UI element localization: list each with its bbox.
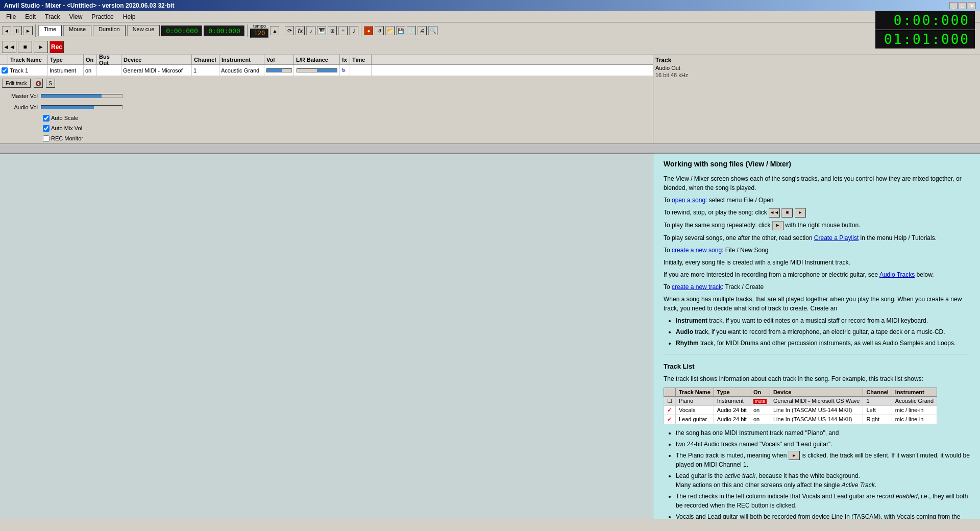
col-h-instrument: Instrument xyxy=(892,388,937,396)
auto-mix-vol-label[interactable]: Auto Mix Vol xyxy=(43,125,82,132)
guitar-type: Audio 24 bit xyxy=(714,415,750,424)
menu-track[interactable]: Track xyxy=(41,12,64,21)
sync-btn[interactable]: ⟳ xyxy=(285,26,294,35)
record-mode-btn[interactable]: ● xyxy=(364,26,373,35)
transport-row: ◄◄ ■ ► Rec xyxy=(0,39,980,54)
time-display-1: 0:00:000 xyxy=(161,26,202,36)
para-play-same: To play the same song repeatedly: click … xyxy=(664,221,970,230)
solo-btn[interactable]: S xyxy=(46,79,55,88)
col-check xyxy=(0,55,8,64)
audio-vol-row: Audio Vol xyxy=(0,102,653,113)
track-check[interactable] xyxy=(0,65,8,76)
tab-duration[interactable]: Duration xyxy=(93,25,126,36)
audio-vol-slider[interactable] xyxy=(41,105,122,109)
vocals-instrument: mic / line-in xyxy=(892,405,937,415)
pause-btn[interactable]: ⏸ xyxy=(13,26,22,35)
menu-edit[interactable]: Edit xyxy=(21,12,40,21)
play-button[interactable]: ► xyxy=(34,41,48,53)
para-create-new-song: To create a new song: File / New Song xyxy=(664,246,970,255)
piano-check: ☐ xyxy=(664,396,676,405)
print-btn[interactable]: 🖨 xyxy=(418,26,427,35)
track-row-1[interactable]: Track 1 Instrument on General MIDI - Mic… xyxy=(0,65,653,76)
minimize-button[interactable]: _ xyxy=(949,2,958,9)
piano-type: Instrument xyxy=(714,396,750,405)
master-vol-label: Master Vol xyxy=(2,93,38,99)
rec-monitor-label[interactable]: REC Monitor xyxy=(43,135,83,142)
menu-file[interactable]: File xyxy=(2,12,20,21)
tempo-label: tempo xyxy=(253,23,266,29)
link-create-playlist[interactable]: Create a Playlist xyxy=(814,234,859,242)
menu-help[interactable]: Help xyxy=(119,12,140,21)
piano-instrument: Acoustic Grand xyxy=(892,396,937,405)
note-btn[interactable]: ♩ xyxy=(349,26,358,35)
timeline-ruler: // Draw tick marks xyxy=(0,143,980,153)
list-item-rhythm: Rhythm track, for MIDI Drums and other p… xyxy=(676,339,970,348)
guitar-device: Line In (TASCAM US-144 MKII) xyxy=(770,415,863,424)
tab-time[interactable]: Time xyxy=(38,25,62,36)
stop-inline-btn: ■ xyxy=(781,208,793,218)
rec-monitor-check[interactable] xyxy=(43,135,50,142)
audio-bold: Audio xyxy=(676,328,693,335)
time-display-2: 0:00:000 xyxy=(204,26,244,36)
record-button[interactable]: Rec xyxy=(50,41,64,53)
track-time-cell xyxy=(350,65,372,76)
edit-track-button[interactable]: Edit track xyxy=(2,79,31,88)
piano-btn[interactable]: 🎹 xyxy=(317,26,326,35)
track-checkbox[interactable] xyxy=(2,67,8,74)
link-audio-tracks[interactable]: Audio Tracks xyxy=(879,271,915,278)
bars-btn[interactable]: ≡ xyxy=(338,26,348,35)
col-h-check xyxy=(664,388,676,396)
para-rewind: To rewind, stop, or play the song: click… xyxy=(664,208,970,218)
separator-4 xyxy=(361,25,361,37)
tab-new-cue[interactable]: New cue xyxy=(127,25,160,36)
workspace: Working with song files (View / Mixer) T… xyxy=(0,154,980,519)
undo-btn[interactable]: ↺ xyxy=(375,26,384,35)
help-panel: Working with song files (View / Mixer) T… xyxy=(653,154,980,519)
save2-btn[interactable]: 💿 xyxy=(407,26,416,35)
track-lr-cell xyxy=(294,65,340,76)
help-intro: The View / Mixer screen shows each of th… xyxy=(664,174,970,192)
piano-device: General MIDI - Microsoft GS Wave xyxy=(770,396,863,405)
tab-mouse[interactable]: Mouse xyxy=(63,25,91,36)
track-list-panel: Track Name Type On Bus Out Device Channe… xyxy=(0,55,653,143)
link-create-song[interactable]: create a new song xyxy=(672,247,722,254)
piano-name: Piano xyxy=(676,396,714,405)
close-button[interactable]: ✕ xyxy=(968,2,976,9)
link-create-track[interactable]: create a new track xyxy=(672,283,722,291)
auto-mix-vol-check[interactable] xyxy=(43,125,50,132)
open-btn[interactable]: 📂 xyxy=(385,26,395,35)
vocals-type: Audio 24 bit xyxy=(714,405,750,415)
auto-scale-label[interactable]: Auto Scale xyxy=(43,115,78,122)
col-track-name: Track Name xyxy=(8,55,48,64)
open-song-suffix: : select menu File / Open xyxy=(705,197,773,204)
grid-btn[interactable]: ⊞ xyxy=(328,26,337,35)
maximize-button[interactable]: □ xyxy=(959,2,967,9)
nav-fwd-btn[interactable]: ► xyxy=(23,26,33,35)
menu-practice[interactable]: Practice xyxy=(87,12,117,21)
master-vol-slider[interactable] xyxy=(41,94,122,98)
menu-view[interactable]: View xyxy=(65,12,87,21)
stop-button[interactable]: ■ xyxy=(18,41,32,53)
track-header-area: Track Name Type On Bus Out Device Channe… xyxy=(0,54,980,143)
track-instrument-cell: Acoustic Grand xyxy=(219,65,264,76)
tool1-btn[interactable]: ♪ xyxy=(306,26,315,35)
auto-scale-check[interactable] xyxy=(43,115,50,122)
para-initially: Initially, every song file is created wi… xyxy=(664,258,970,267)
window-controls: _ □ ✕ xyxy=(949,2,976,9)
track-fx-cell[interactable]: fx xyxy=(340,65,350,76)
guitar-name: Lead guitar xyxy=(676,415,714,424)
zoom-btn[interactable]: 🔍 xyxy=(428,26,437,35)
note-4: Lead guitar is the active track, because… xyxy=(676,471,970,490)
col-instrument: Instrument xyxy=(219,55,264,64)
col-h-channel: Channel xyxy=(863,388,892,396)
save-btn[interactable]: 💾 xyxy=(396,26,405,35)
play-inline-btn-2: ► xyxy=(789,451,800,460)
track-vol-cell xyxy=(264,65,294,76)
link-open-song[interactable]: open a song xyxy=(672,197,705,204)
tempo-up-btn[interactable]: ▲ xyxy=(270,26,279,35)
fx-btn[interactable]: fx xyxy=(296,26,305,35)
nav-back-btn[interactable]: ◄ xyxy=(2,26,11,35)
mute-btn[interactable]: 🔇 xyxy=(34,79,43,88)
rewind-button[interactable]: ◄◄ xyxy=(2,41,16,53)
track-name-cell[interactable]: Track 1 xyxy=(8,65,48,76)
